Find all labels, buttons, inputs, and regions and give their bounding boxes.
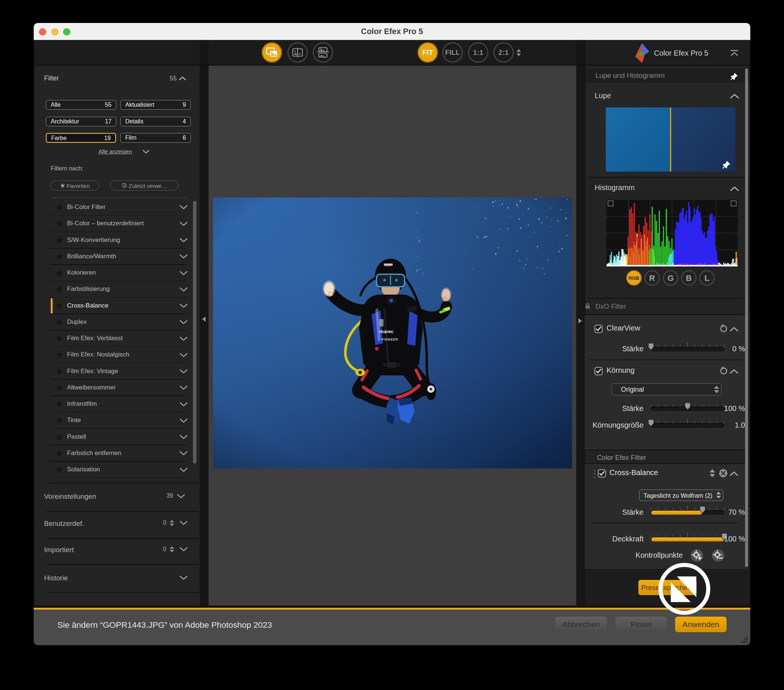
svg-text:R: R	[649, 273, 655, 283]
svg-text:FILL: FILL	[445, 49, 460, 56]
svg-text:2:1: 2:1	[498, 49, 509, 56]
svg-text:RGB: RGB	[628, 275, 639, 281]
svg-text:FIT: FIT	[422, 49, 433, 56]
svg-text:1:1: 1:1	[473, 49, 484, 56]
svg-text:B: B	[686, 273, 692, 283]
svg-text:L: L	[704, 273, 709, 283]
svg-text:G: G	[667, 273, 674, 283]
